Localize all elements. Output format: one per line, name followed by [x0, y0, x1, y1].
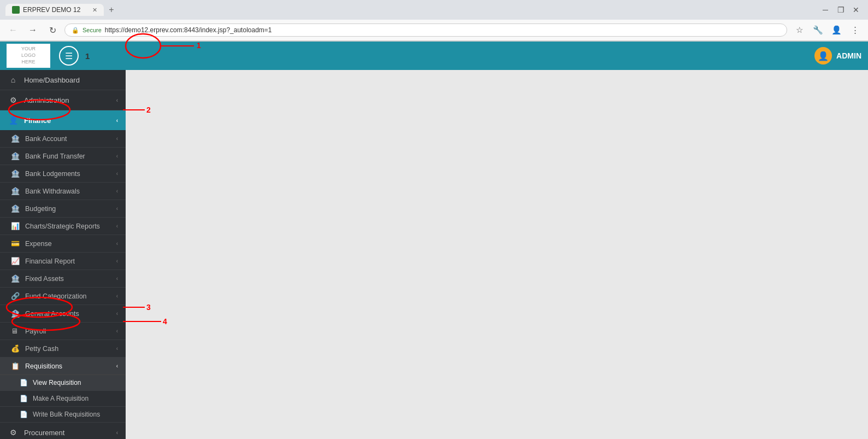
view-req-icon: 📄 [20, 379, 28, 387]
annotation-1-label: 1 [85, 51, 90, 61]
petty-cash-icon: 💰 [11, 344, 21, 353]
general-accounts-chevron: ‹ [116, 311, 118, 317]
refresh-button[interactable]: ↻ [45, 22, 60, 38]
sidebar-bank-lodgements-label: Bank Lodgements [25, 170, 80, 178]
sidebar-item-bank-withdrawals[interactable]: 🏦 Bank Withdrawals ‹ [0, 183, 126, 200]
sidebar-item-payroll[interactable]: 🖥 Payroll ‹ [0, 323, 126, 340]
finance-icon: 👤 [8, 116, 19, 125]
fixed-assets-icon: 🏦 [11, 274, 21, 283]
sidebar-item-administration[interactable]: ⚙ Administration ‹ [0, 90, 126, 110]
sidebar-fixed-assets-label: Fixed Assets [25, 275, 64, 283]
sidebar-requisitions-label: Requisitions [25, 362, 62, 370]
sidebar-make-req-label: Make A Requisition [33, 395, 88, 402]
sidebar-item-budgeting[interactable]: 🏦 Budgeting ‹ [0, 200, 126, 218]
forward-button[interactable]: → [25, 22, 40, 38]
sidebar: ⌂ Home/Dashboard ⚙ Administration ‹ 👤 Fi… [0, 70, 126, 439]
sidebar-item-bank-fund-transfer[interactable]: 🏦 Bank Fund Transfer ‹ [0, 148, 126, 165]
sidebar-item-general-accounts[interactable]: 🏦 General Accounts ‹ [0, 305, 126, 323]
sidebar-item-fund-categorization[interactable]: 🔗 Fund Categorization ‹ [0, 288, 126, 305]
user-name-label: ADMIN [836, 51, 861, 60]
user-avatar-icon: 👤 [818, 51, 829, 61]
administration-icon: ⚙ [8, 96, 19, 104]
url-text: https://demo12.erprev.com:8443/index.jsp… [105, 26, 780, 34]
sidebar-item-bank-account[interactable]: 🏦 Bank Account ‹ [0, 130, 126, 148]
secure-label: Secure [82, 27, 102, 33]
sidebar-fund-cat-label: Fund Categorization [25, 292, 87, 300]
sidebar-item-financial-report[interactable]: 📈 Financial Report ‹ [0, 253, 126, 270]
procurement-chevron: ‹ [116, 430, 118, 436]
user-avatar: 👤 [814, 47, 832, 65]
sidebar-financial-report-label: Financial Report [25, 257, 75, 265]
main-content: ⌂ Home/Dashboard ⚙ Administration ‹ 👤 Fi… [0, 70, 868, 439]
make-req-icon: 📄 [20, 395, 28, 402]
sidebar-item-view-requisition[interactable]: 📄 View Requisition [0, 375, 126, 391]
address-bar[interactable]: 🔒 Secure https://demo12.erprev.com:8443/… [64, 24, 787, 37]
home-icon: ⌂ [8, 75, 19, 84]
bookmark-star-button[interactable]: ☆ [792, 22, 807, 38]
petty-cash-chevron: ‹ [116, 346, 118, 352]
sidebar-budgeting-label: Budgeting [25, 205, 56, 213]
sidebar-finance-label: Finance [24, 116, 51, 125]
sidebar-bank-account-label: Bank Account [25, 135, 67, 143]
account-button[interactable]: 👤 [829, 22, 844, 38]
sidebar-payroll-label: Payroll [25, 327, 46, 335]
extensions-button[interactable]: 🔧 [810, 22, 825, 38]
financial-report-icon: 📈 [11, 257, 21, 265]
logo-box: YOUR LOGO HERE [7, 44, 50, 68]
bank-withdrawals-icon: 🏦 [11, 187, 21, 195]
sidebar-procurement-label: Procurement [24, 429, 116, 437]
sidebar-item-petty-cash[interactable]: 💰 Petty Cash ‹ [0, 340, 126, 358]
navbar-right: 👤 ADMIN [814, 47, 861, 65]
bank-fund-transfer-icon: 🏦 [11, 152, 21, 160]
logo-text: YOUR LOGO HERE [21, 46, 36, 65]
bank-lodgements-chevron: ‹ [116, 171, 118, 177]
sidebar-item-make-a-requisition[interactable]: 📄 Make A Requisition [0, 391, 126, 407]
top-navbar: YOUR LOGO HERE ☰ 1 👤 ADMIN [0, 42, 868, 70]
sidebar-item-bank-lodgements[interactable]: 🏦 Bank Lodgements ‹ [0, 165, 126, 183]
minimize-button[interactable]: ─ [819, 3, 832, 16]
general-accounts-icon: 🏦 [11, 309, 21, 318]
new-tab-button[interactable]: + [105, 3, 118, 16]
sidebar-item-write-bulk-requisitions[interactable]: 📄 Write Bulk Requisitions [0, 407, 126, 423]
sidebar-item-requisitions[interactable]: 📋 Requisitions ‹ [0, 358, 126, 375]
bank-withdrawals-chevron: ‹ [116, 188, 118, 194]
write-bulk-icon: 📄 [20, 411, 28, 418]
sidebar-item-home[interactable]: ⌂ Home/Dashboard [0, 70, 126, 90]
sidebar-item-charts-strategic-reports[interactable]: 📊 Charts/Strategic Reports ‹ [0, 218, 126, 235]
sidebar-home-label: Home/Dashboard [24, 76, 118, 84]
menu-toggle-button[interactable]: ☰ [59, 46, 79, 66]
sidebar-view-req-label: View Requisition [33, 379, 81, 387]
main-panel [126, 70, 868, 439]
requisitions-chevron: ‹ [116, 363, 118, 369]
more-button[interactable]: ⋮ [847, 22, 863, 38]
tab-favicon [12, 6, 20, 14]
browser-chrome: ERPREV DEMO 12 ✕ + ─ ❐ ✕ ← → ↻ 🔒 Secure … [0, 0, 868, 42]
bank-lodgements-icon: 🏦 [11, 169, 21, 178]
payroll-chevron: ‹ [116, 328, 118, 334]
close-button[interactable]: ✕ [849, 3, 863, 16]
browser-titlebar: ERPREV DEMO 12 ✕ + ─ ❐ ✕ [0, 0, 868, 20]
requisitions-icon: 📋 [11, 362, 21, 370]
sidebar-bank-withdrawals-label: Bank Withdrawals [25, 188, 80, 195]
fund-cat-icon: 🔗 [11, 292, 21, 300]
sidebar-bank-fund-transfer-label: Bank Fund Transfer [25, 153, 85, 160]
bank-account-chevron: ‹ [116, 136, 118, 142]
back-button[interactable]: ← [5, 22, 21, 38]
restore-button[interactable]: ❐ [834, 3, 847, 16]
tab-close-button[interactable]: ✕ [92, 7, 97, 14]
browser-tab[interactable]: ERPREV DEMO 12 ✕ [5, 4, 104, 16]
tab-title: ERPREV DEMO 12 [23, 6, 80, 14]
sidebar-item-fixed-assets[interactable]: 🏦 Fixed Assets ‹ [0, 270, 126, 288]
sidebar-item-procurement[interactable]: ⚙ Procurement ‹ [0, 423, 126, 439]
charts-chevron: ‹ [116, 223, 118, 229]
budgeting-icon: 🏦 [11, 204, 21, 213]
window-controls: ─ ❐ ✕ [819, 3, 863, 16]
sidebar-item-expense[interactable]: 💳 Expense ‹ [0, 235, 126, 253]
administration-chevron: ‹ [116, 97, 118, 103]
fund-cat-chevron: ‹ [116, 293, 118, 299]
sidebar-item-finance[interactable]: 👤 Finance ‹ [0, 110, 126, 130]
app-wrapper: YOUR LOGO HERE ☰ 1 👤 ADMIN ⌂ Home/Dashbo… [0, 42, 868, 439]
sidebar-expense-label: Expense [25, 240, 52, 248]
sidebar-write-bulk-label: Write Bulk Requisitions [33, 411, 100, 418]
sidebar-charts-label: Charts/Strategic Reports [25, 223, 100, 230]
